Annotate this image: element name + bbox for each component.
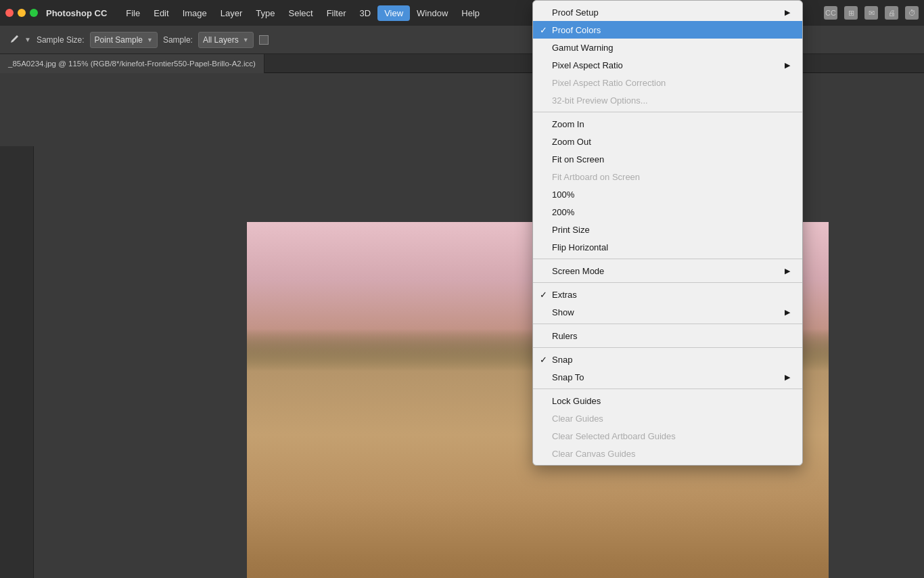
menu-label-extras: Extras — [552, 290, 790, 300]
separator-sep2 — [533, 259, 802, 259]
menu-item-show[interactable]: Show▶ — [533, 303, 802, 321]
menu-type[interactable]: Type — [249, 5, 281, 21]
menu-edit[interactable]: Edit — [147, 5, 175, 21]
menu-item-snap-to[interactable]: Snap To▶ — [533, 368, 802, 386]
eyedropper-tool[interactable] — [5, 32, 22, 48]
menu-label-snap-to: Snap To — [552, 372, 785, 382]
menu-item-zoom-out[interactable]: Zoom Out — [533, 133, 802, 150]
menu-item-print-size[interactable]: Print Size — [533, 221, 802, 238]
sample-size-dropdown[interactable]: Point Sample ▼ — [90, 32, 158, 48]
menu-item-200pct[interactable]: 200% — [533, 203, 802, 221]
menu-item-fit-on-screen[interactable]: Fit on Screen — [533, 150, 802, 168]
menu-image[interactable]: Image — [176, 5, 214, 21]
menu-item-proof-setup[interactable]: Proof Setup▶ — [533, 3, 802, 21]
menu-label-proof-colors: Proof Colors — [552, 25, 790, 35]
sample-size-arrow: ▼ — [147, 37, 153, 43]
menu-label-zoom-in: Zoom In — [552, 119, 790, 129]
separator-sep4 — [533, 324, 802, 324]
menu-item-snap[interactable]: ✓Snap — [533, 351, 802, 368]
menu-label-pixel-aspect-ratio-correction: Pixel Aspect Ratio Correction — [552, 78, 790, 88]
left-sidebar — [0, 146, 34, 578]
sample-dropdown[interactable]: All Layers ▼ — [198, 32, 254, 48]
menu-item-extras[interactable]: ✓Extras — [533, 286, 802, 303]
view-dropdown-menu: Proof Setup▶✓Proof ColorsGamut WarningPi… — [532, 0, 803, 466]
close-button[interactable] — [5, 9, 14, 17]
separator-sep6 — [533, 388, 802, 389]
menu-label-show: Show — [552, 307, 785, 317]
sample-arrow: ▼ — [243, 37, 249, 43]
maximize-button[interactable] — [30, 9, 38, 17]
menu-label-200pct: 200% — [552, 207, 790, 217]
submenu-arrow-show: ▶ — [785, 308, 790, 317]
menu-label-rulers: Rulers — [552, 331, 790, 341]
traffic-lights — [5, 9, 38, 17]
sample-value: All Layers — [203, 35, 239, 45]
menu-label-clear-canvas-guides: Clear Canvas Guides — [552, 449, 790, 459]
menu-layer[interactable]: Layer — [214, 5, 250, 21]
menu-help[interactable]: Help — [455, 5, 486, 21]
menu-item-proof-colors[interactable]: ✓Proof Colors — [533, 21, 802, 39]
print-icon[interactable]: 🖨 — [885, 6, 898, 20]
menu-label-32bit-preview: 32-bit Preview Options... — [552, 95, 790, 106]
separator-sep5 — [533, 347, 802, 348]
menu-label-clear-selected-guides: Clear Selected Artboard Guides — [552, 431, 790, 441]
menu-item-100pct[interactable]: 100% — [533, 185, 802, 203]
menubar-right-icons: CC ⊞ ✉ 🖨 ⏱ — [824, 6, 919, 20]
menu-label-pixel-aspect-ratio: Pixel Aspect Ratio — [552, 60, 785, 70]
tool-options-caret[interactable]: ▼ — [24, 36, 31, 43]
separator-sep1 — [533, 112, 802, 112]
menu-item-pixel-aspect-ratio[interactable]: Pixel Aspect Ratio▶ — [533, 56, 802, 74]
document-tab[interactable]: _85A0234.jpg @ 115% (RGB/8*/kinefot-Fron… — [0, 54, 264, 73]
menu-file[interactable]: File — [119, 5, 147, 21]
cc-icon[interactable]: CC — [824, 6, 837, 20]
menu-item-rulers[interactable]: Rulers — [533, 327, 802, 344]
sample-size-value: Point Sample — [95, 35, 143, 45]
sample-size-label: Sample Size: — [37, 35, 85, 45]
app-name: Photoshop CC — [46, 8, 107, 18]
menu-item-gamut-warning[interactable]: Gamut Warning — [533, 39, 802, 56]
menu-label-lock-guides: Lock Guides — [552, 396, 790, 406]
submenu-arrow-proof-setup: ▶ — [785, 8, 790, 17]
menu-filter[interactable]: Filter — [320, 5, 353, 21]
minimize-button[interactable] — [18, 9, 26, 17]
history-icon[interactable]: ⏱ — [905, 6, 919, 20]
menu-label-flip-horizontal: Flip Horizontal — [552, 242, 790, 252]
menu-view[interactable]: View — [377, 5, 410, 21]
separator-sep3 — [533, 282, 802, 283]
checkmark-snap: ✓ — [540, 355, 547, 365]
menu-item-clear-canvas-guides: Clear Canvas Guides — [533, 445, 802, 462]
checkmark-extras: ✓ — [540, 290, 547, 300]
document-tab-title: _85A0234.jpg @ 115% (RGB/8*/kinefot-Fron… — [8, 60, 256, 68]
menu-window[interactable]: Window — [410, 5, 455, 21]
menu-label-gamut-warning: Gamut Warning — [552, 43, 790, 53]
menu-item-zoom-in[interactable]: Zoom In — [533, 115, 802, 133]
menu-label-fit-on-screen: Fit on Screen — [552, 154, 790, 164]
menu-item-clear-guides: Clear Guides — [533, 409, 802, 427]
menu-item-clear-selected-guides: Clear Selected Artboard Guides — [533, 427, 802, 445]
submenu-arrow-screen-mode: ▶ — [785, 267, 790, 275]
submenu-arrow-pixel-aspect-ratio: ▶ — [785, 61, 790, 70]
menu-item-32bit-preview: 32-bit Preview Options... — [533, 91, 802, 109]
menu-label-fit-artboard: Fit Artboard on Screen — [552, 172, 790, 182]
menu-label-proof-setup: Proof Setup — [552, 7, 785, 18]
menu-label-snap: Snap — [552, 355, 790, 365]
menu-label-screen-mode: Screen Mode — [552, 266, 785, 276]
workspace-icon[interactable]: ⊞ — [844, 6, 858, 20]
menu-item-fit-artboard: Fit Artboard on Screen — [533, 168, 802, 185]
menu-select[interactable]: Select — [281, 5, 319, 21]
mail-icon[interactable]: ✉ — [864, 6, 878, 20]
submenu-arrow-snap-to: ▶ — [785, 373, 790, 382]
sample-checkbox[interactable] — [259, 35, 269, 45]
menu-label-100pct: 100% — [552, 190, 790, 200]
sample-label: Sample: — [163, 35, 193, 45]
menu-item-pixel-aspect-ratio-correction: Pixel Aspect Ratio Correction — [533, 74, 802, 91]
menu-label-clear-guides: Clear Guides — [552, 414, 790, 424]
checkmark-proof-colors: ✓ — [540, 25, 547, 35]
menu-3d[interactable]: 3D — [353, 5, 378, 21]
menu-item-flip-horizontal[interactable]: Flip Horizontal — [533, 238, 802, 256]
menu-item-screen-mode[interactable]: Screen Mode▶ — [533, 262, 802, 280]
menu-item-lock-guides[interactable]: Lock Guides — [533, 392, 802, 409]
menu-label-print-size: Print Size — [552, 225, 790, 235]
menu-label-zoom-out: Zoom Out — [552, 137, 790, 147]
